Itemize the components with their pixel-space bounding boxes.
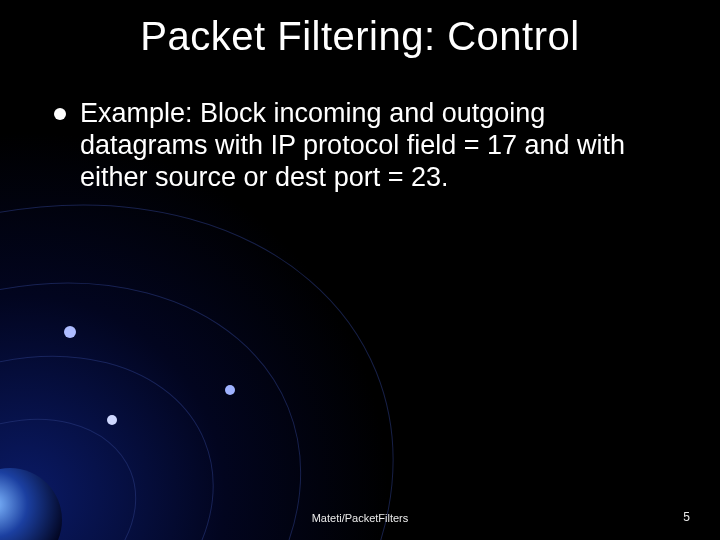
- svg-point-5: [0, 468, 62, 540]
- svg-point-3: [0, 199, 372, 540]
- slide-body: Example: Block incoming and outgoing dat…: [54, 98, 664, 194]
- svg-point-8: [225, 385, 235, 395]
- page-number: 5: [683, 510, 690, 524]
- bullet-dot-icon: [54, 108, 66, 120]
- slide: Packet Filtering: Control Example: Block…: [0, 0, 720, 540]
- svg-point-2: [0, 298, 263, 540]
- svg-point-6: [107, 415, 117, 425]
- slide-title: Packet Filtering: Control: [0, 14, 720, 59]
- footer-center-text: Mateti/PacketFilters: [0, 512, 720, 524]
- bullet-item: Example: Block incoming and outgoing dat…: [54, 98, 664, 194]
- bullet-text: Example: Block incoming and outgoing dat…: [80, 98, 664, 194]
- svg-point-7: [64, 326, 76, 338]
